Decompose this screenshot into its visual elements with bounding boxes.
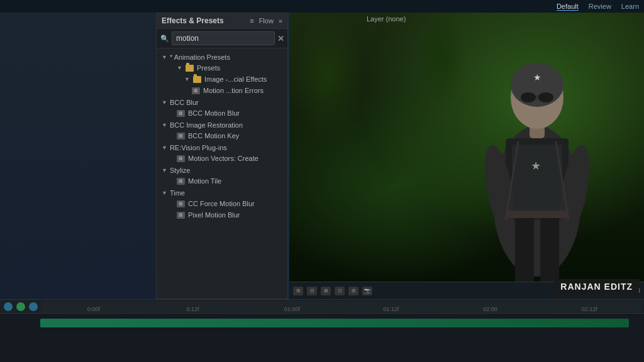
ruler-mark-0: 0:00f	[44, 306, 143, 312]
group-label: BCC Image Restoration	[170, 121, 243, 129]
effect-label: Motion Vectors: Create	[188, 155, 258, 162]
group-bcc-image[interactable]: ▼ BCC Image Restoration	[157, 120, 287, 130]
chevron-image-effects: ▼	[184, 76, 190, 82]
ctrl-btn-3[interactable]: ⊠	[321, 287, 331, 295]
effect-cc-force-motion-blur[interactable]: ▦ CC Force Motion Blur	[157, 198, 287, 209]
top-bar: Default Review Learn	[0, 0, 644, 13]
effect-bcc-motion-blur[interactable]: ▦ BCC Motion Blur	[157, 107, 287, 119]
expand-icon[interactable]: »	[279, 17, 282, 25]
folder-icon	[186, 65, 194, 72]
tl-label-blue[interactable]	[4, 302, 13, 311]
group-image-effects[interactable]: ▼ Image -...cial Effects	[157, 74, 287, 85]
layer-label: Layer (none)	[362, 13, 411, 25]
effect-icon: ▦	[177, 178, 185, 185]
effect-label: CC Force Motion Blur	[188, 200, 255, 207]
ruler-mark-1: 0:12f	[143, 306, 243, 312]
effect-bcc-motion-key[interactable]: ▦ BCC Motion Key	[157, 130, 287, 141]
effect-label: Motion ...tion Errors	[203, 87, 264, 94]
chevron-time: ▼	[162, 190, 167, 196]
timeline-track-bar[interactable]	[40, 319, 629, 327]
effect-icon: ▦	[177, 200, 185, 207]
effect-pixel-motion-blur[interactable]: ▦ Pixel Motion Blur	[157, 209, 287, 221]
tab-review[interactable]: Review	[589, 3, 611, 11]
effects-panel: Effects & Presets ≡ Flow » 🔍 ✕ ▼ * Anima…	[156, 13, 288, 299]
preview-image: ★ ★	[289, 13, 644, 302]
effect-motion-errors[interactable]: ▦ Motion ...tion Errors	[157, 85, 287, 96]
svg-point-14	[538, 92, 553, 102]
tl-label-green[interactable]	[16, 302, 25, 311]
group-bcc-blur[interactable]: ▼ BCC Blur	[157, 97, 287, 107]
ruler-mark-3: 01:12f	[341, 306, 441, 312]
ctrl-btn-camera[interactable]: 📷	[362, 287, 372, 295]
group-label: * Animation Presets	[170, 53, 230, 61]
group-label: BCC Blur	[170, 99, 199, 106]
left-panel-background	[0, 13, 156, 299]
flow-tab[interactable]: Flow	[259, 17, 274, 25]
search-icon: 🔍	[160, 35, 169, 43]
chevron-stylize: ▼	[162, 167, 167, 173]
top-bar-tabs: Default Review Learn	[557, 3, 639, 11]
section-time: ▼ Time ▦ CC Force Motion Blur ▦ Pixel Mo…	[157, 188, 287, 221]
ctrl-btn-4[interactable]: ⊡	[335, 287, 345, 295]
group-label: RE:Vision Plug-ins	[170, 144, 227, 151]
tab-learn[interactable]: Learn	[621, 3, 639, 11]
group-label: Presets	[197, 64, 220, 72]
folder-icon	[193, 76, 201, 83]
svg-rect-3	[512, 145, 562, 214]
effect-motion-vectors[interactable]: ▦ Motion Vectors: Create	[157, 153, 287, 164]
timeline-header: 0:00f 0:12f 01:00f 01:12f 02:00 02:12f	[0, 300, 644, 314]
timeline-labels	[3, 302, 39, 311]
svg-text:★: ★	[533, 72, 541, 82]
svg-point-11	[511, 63, 564, 107]
effect-icon: ▦	[177, 133, 185, 140]
section-stylize: ▼ Stylize ▦ Motion Tile	[157, 165, 287, 187]
effect-motion-tile[interactable]: ▦ Motion Tile	[157, 175, 287, 187]
panel-controls: ≡ Flow »	[250, 17, 282, 25]
ruler-mark-5: 02:12f	[540, 306, 639, 312]
chevron-bcc-image: ▼	[162, 122, 167, 128]
effect-label: Motion Tile	[188, 177, 221, 185]
tab-default[interactable]: Default	[557, 3, 579, 11]
effect-label: Pixel Motion Blur	[188, 211, 240, 219]
tl-label-blue2[interactable]	[29, 302, 38, 311]
group-revision[interactable]: ▼ RE:Vision Plug-ins	[157, 143, 287, 153]
foliage-left	[289, 13, 365, 138]
section-animation-presets: ▼ * Animation Presets ▼ Presets ▼ Image …	[157, 52, 287, 96]
effect-icon: ▦	[177, 155, 185, 162]
panel-header: Effects & Presets ≡ Flow »	[157, 13, 287, 29]
ruler-mark-4: 02:00	[441, 306, 540, 312]
effect-label: BCC Motion Key	[188, 132, 239, 140]
svg-point-13	[521, 92, 536, 102]
chevron-presets: ▼	[177, 65, 182, 71]
watermark: RANJAN EDITZ	[554, 279, 639, 294]
timeline-ruler: 0:00f 0:12f 01:00f 01:12f 02:00 02:12f	[42, 301, 641, 312]
effect-icon: ▦	[192, 87, 200, 94]
clear-search-button[interactable]: ✕	[277, 35, 284, 43]
ctrl-btn-2[interactable]: ⊟	[307, 287, 317, 295]
search-input[interactable]	[172, 31, 275, 45]
ruler-mark-2: 01:00f	[242, 306, 341, 312]
svg-rect-15	[536, 95, 538, 100]
hero-svg: ★ ★	[443, 25, 631, 302]
section-bcc-image: ▼ BCC Image Restoration ▦ BCC Motion Key	[157, 120, 287, 141]
effect-label: BCC Motion Blur	[188, 109, 240, 117]
panel-title: Effects & Presets	[162, 16, 224, 25]
svg-rect-18	[506, 211, 569, 218]
chevron-revision: ▼	[162, 145, 167, 151]
search-bar: 🔍 ✕	[157, 29, 287, 48]
svg-text:★: ★	[531, 160, 541, 172]
group-label: Stylize	[170, 167, 190, 174]
timeline-area: 0:00f 0:12f 01:00f 01:12f 02:00 02:12f	[0, 299, 644, 362]
group-label: Time	[170, 189, 185, 197]
group-presets[interactable]: ▼ Presets	[157, 62, 287, 74]
ctrl-btn-1[interactable]: ⊞	[293, 287, 303, 295]
group-stylize[interactable]: ▼ Stylize	[157, 165, 287, 175]
section-revision: ▼ RE:Vision Plug-ins ▦ Motion Vectors: C…	[157, 143, 287, 164]
foliage-right	[418, 13, 468, 107]
group-animation-presets[interactable]: ▼ * Animation Presets	[157, 52, 287, 62]
group-time[interactable]: ▼ Time	[157, 188, 287, 198]
timeline-tracks	[0, 314, 644, 362]
menu-icon[interactable]: ≡	[250, 17, 253, 25]
chevron-animation-presets: ▼	[162, 54, 167, 60]
ctrl-btn-5[interactable]: ⊞	[348, 287, 358, 295]
